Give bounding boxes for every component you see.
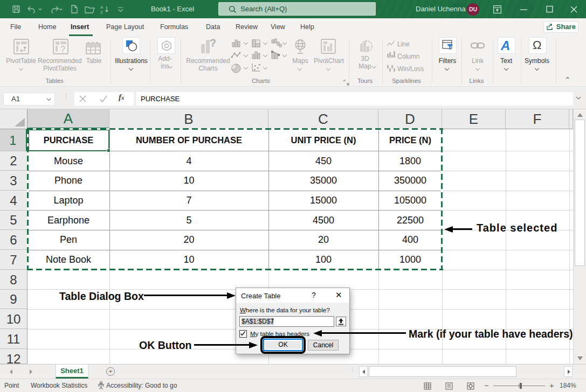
svg-text:?: ?: [210, 38, 216, 48]
svg-text:A: A: [100, 5, 104, 10]
svg-text:?: ?: [60, 45, 65, 54]
svg-text:Z: Z: [100, 10, 103, 15]
